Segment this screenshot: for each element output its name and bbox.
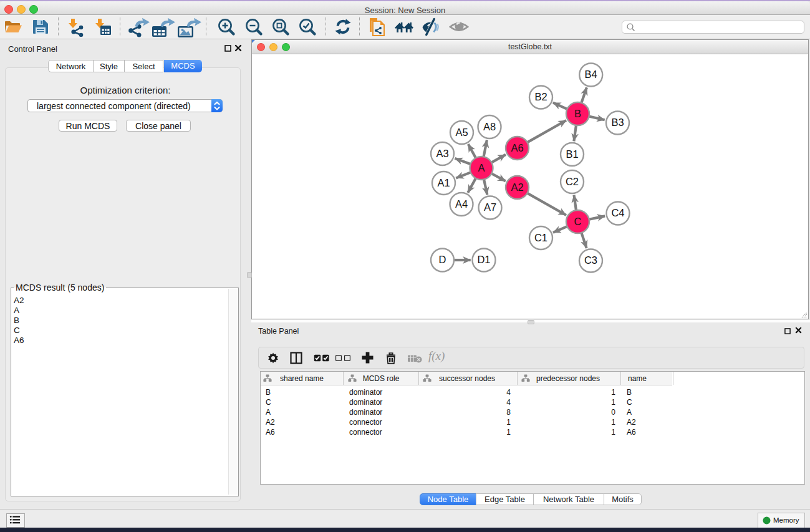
svg-text:A6: A6 — [511, 142, 523, 153]
svg-text:A1: A1 — [437, 177, 450, 188]
svg-text:C2: C2 — [566, 176, 579, 187]
svg-text:B2: B2 — [534, 91, 547, 102]
svg-text:C3: C3 — [584, 254, 597, 266]
svg-text:A5: A5 — [455, 127, 468, 138]
svg-text:A: A — [478, 162, 485, 173]
svg-text:D1: D1 — [477, 254, 490, 265]
svg-text:B3: B3 — [611, 117, 624, 128]
svg-text:C4: C4 — [611, 207, 624, 218]
svg-text:B1: B1 — [566, 148, 578, 160]
svg-text:A4: A4 — [455, 198, 468, 210]
svg-text:D: D — [439, 254, 446, 265]
svg-text:C1: C1 — [534, 232, 547, 243]
svg-text:A3: A3 — [436, 148, 448, 159]
svg-text:B4: B4 — [585, 69, 597, 80]
svg-text:A2: A2 — [511, 181, 523, 193]
svg-text:A8: A8 — [483, 121, 496, 132]
svg-text:A7: A7 — [484, 201, 496, 213]
svg-text:B: B — [574, 108, 581, 119]
svg-text:C: C — [574, 216, 582, 227]
